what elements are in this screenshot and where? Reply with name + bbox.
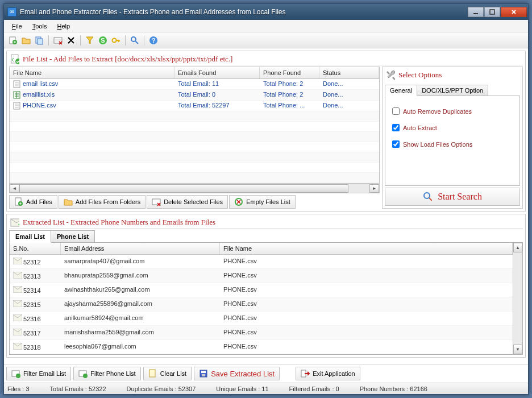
scroll-right-icon[interactable]: ►	[369, 184, 379, 193]
status-cell: Done...	[319, 90, 379, 100]
file-row[interactable]: PHONE.csvTotal Email: 52297Total Phone: …	[10, 101, 379, 111]
file-row[interactable]: email list.csvTotal Email: 11Total Phone…	[10, 79, 379, 90]
tab-general[interactable]: General	[385, 85, 417, 96]
file-name-cell: PHONE.csv	[23, 102, 56, 109]
delete-selected-button[interactable]: Delete Selected Files	[147, 195, 228, 209]
file-list-grid[interactable]: File Name Emails Found Phone Found Statu…	[9, 67, 380, 184]
clear-list-button[interactable]: Clear List	[143, 367, 192, 380]
file-type-icon	[13, 102, 21, 110]
tb-add-folder-icon[interactable]	[20, 35, 32, 46]
close-button[interactable]	[501, 7, 527, 17]
col-file-name-2[interactable]: File Name	[220, 243, 513, 254]
filter-phone-icon	[78, 369, 88, 378]
svg-point-10	[131, 37, 136, 42]
filename-cell: PHONE.csv	[220, 326, 513, 339]
file-name-cell: email list.csv	[23, 80, 58, 87]
empty-icon	[234, 197, 243, 206]
sno-cell: 52315	[23, 301, 41, 308]
col-status[interactable]: Status	[319, 67, 379, 78]
status-unique-emails: Unique Emails : 11	[216, 385, 268, 392]
save-extracted-button[interactable]: Save Extracted List	[194, 367, 280, 380]
extracted-row[interactable]: 52312samarpratap407@gmail.comPHONE.csv	[10, 255, 513, 269]
extracted-row[interactable]: 52318leesophia067@gmail.comPHONE.csv	[10, 340, 513, 354]
emails-found-cell: Total Email: 52297	[174, 101, 260, 111]
tb-delete-icon[interactable]	[65, 35, 77, 46]
col-file-name[interactable]: File Name	[10, 67, 174, 78]
svg-rect-38	[202, 374, 205, 376]
options-tab-content: Auto Remove Duplicates Auto Extract Show…	[385, 96, 520, 186]
tb-add-file-icon[interactable]	[7, 35, 19, 46]
col-emails-found[interactable]: Emails Found	[174, 67, 260, 78]
menu-tools[interactable]: Tools	[29, 22, 51, 31]
tab-email-list[interactable]: Email List	[9, 230, 51, 243]
col-email-address[interactable]: Email Address	[61, 243, 220, 254]
extracted-heading: Extracted List - Extracted Phone Numbers…	[23, 218, 215, 227]
col-phone-found[interactable]: Phone Found	[260, 67, 319, 78]
menu-help[interactable]: Help	[53, 22, 73, 31]
minimize-button[interactable]	[468, 7, 484, 17]
tb-help-icon[interactable]: ?	[148, 35, 159, 46]
file-row[interactable]: emaillist.xlsTotal Email: 0Total Phone: …	[10, 90, 379, 101]
extracted-row[interactable]: 52315ajaysharma255896@gmail.comPHONE.csv	[10, 297, 513, 312]
status-filtered-emails: Filtered Emails : 0	[289, 385, 339, 392]
extracted-grid[interactable]: S.No. Email Address File Name 52312samar…	[10, 243, 513, 354]
svg-point-34	[83, 374, 88, 378]
tab-doc-option[interactable]: DOC/XLS/PPT Option	[417, 85, 488, 96]
menu-file[interactable]: File	[9, 22, 26, 31]
tab-phone-list[interactable]: Phone List	[51, 230, 95, 243]
tb-key-icon[interactable]	[110, 35, 122, 46]
sno-cell: 52316	[23, 316, 41, 322]
empty-list-button[interactable]: Empty Files List	[229, 195, 296, 209]
file-type-icon	[13, 80, 21, 88]
window-title: Email and Phone Extractor Files - Extrac…	[20, 8, 286, 16]
svg-point-9	[113, 38, 117, 42]
show-load-files-checkbox[interactable]	[392, 140, 400, 148]
tb-filter-icon[interactable]	[84, 35, 95, 46]
add-files-button[interactable]: Add Files	[9, 195, 57, 209]
extracted-row[interactable]: 52313bhanupratap2559@gmail.comPHONE.csv	[10, 269, 513, 283]
phone-found-cell: Total Phone: 2	[260, 90, 319, 100]
extracted-row[interactable]: 52314awinashthakur265@gmail.comPHONE.csv	[10, 283, 513, 297]
menubar: File Tools Help	[4, 20, 528, 32]
tb-delete-row-icon[interactable]	[52, 35, 64, 46]
auto-remove-duplicates-checkbox[interactable]	[392, 107, 400, 115]
empty-row	[10, 111, 379, 122]
svg-rect-35	[149, 370, 155, 377]
extracted-row[interactable]: 52316anilkumar58924@gmail.comPHONE.csv	[10, 312, 513, 326]
scroll-left-icon[interactable]: ◄	[10, 184, 19, 193]
save-icon	[199, 369, 208, 378]
filename-cell: PHONE.csv	[220, 269, 513, 283]
exit-button[interactable]: Exit Application	[296, 367, 360, 380]
scroll-thumb[interactable]	[19, 184, 348, 193]
filter-email-button[interactable]: Filter Email List	[6, 367, 71, 380]
horizontal-scrollbar[interactable]: ◄ ►	[9, 184, 380, 193]
options-heading: Select Options	[398, 71, 442, 80]
sno-cell: 52312	[23, 259, 41, 266]
extracted-row[interactable]: 52317manishsharma2559@gmail.comPHONE.csv	[10, 326, 513, 340]
svg-text:S: S	[101, 37, 105, 44]
sno-cell: 52317	[23, 330, 41, 337]
exit-icon	[301, 369, 310, 378]
empty-row	[10, 122, 379, 132]
tools-icon	[386, 71, 395, 80]
scroll-down-icon[interactable]: ▼	[513, 345, 522, 354]
tb-skype-icon[interactable]: S	[97, 35, 109, 46]
envelope-icon	[10, 218, 19, 227]
start-search-button[interactable]: Start Search	[385, 188, 520, 206]
tb-copy-icon[interactable]	[34, 35, 45, 46]
svg-text:?: ?	[152, 37, 156, 44]
filter-phone-button[interactable]: Filter Phone List	[73, 367, 140, 380]
vertical-scrollbar[interactable]: ▲ ▼	[513, 243, 522, 354]
status-total-emails: Total Emails : 52322	[50, 385, 106, 392]
add-folders-button[interactable]: Add Files From Folders	[59, 195, 146, 209]
scroll-up-icon[interactable]: ▲	[513, 243, 522, 252]
add-file-icon	[14, 197, 23, 206]
maximize-button[interactable]	[484, 7, 500, 17]
toolbar: S ?	[4, 32, 528, 48]
col-sno[interactable]: S.No.	[10, 243, 61, 254]
empty-row	[10, 132, 379, 142]
tb-search-icon[interactable]	[129, 35, 140, 46]
auto-extract-checkbox[interactable]	[392, 124, 400, 131]
mail-icon	[13, 343, 23, 351]
svg-point-32	[16, 374, 20, 378]
